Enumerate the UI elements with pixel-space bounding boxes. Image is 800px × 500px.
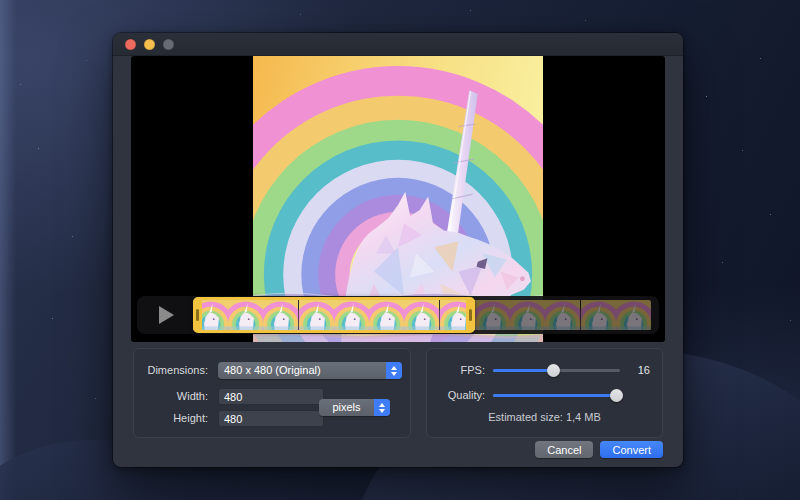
filmstrip[interactable] xyxy=(193,300,651,330)
height-field[interactable] xyxy=(218,410,324,427)
trim-handle-left-icon[interactable] xyxy=(196,309,199,321)
cancel-button[interactable]: Cancel xyxy=(535,441,593,458)
fps-label: FPS: xyxy=(435,364,485,376)
timeline-bar xyxy=(137,296,659,334)
close-button[interactable] xyxy=(125,39,136,50)
quality-label: Quality: xyxy=(435,389,485,401)
fps-slider[interactable] xyxy=(493,363,620,377)
wallpaper-dune-ridge xyxy=(0,0,16,500)
dimensions-popup-value: 480 x 480 (Original) xyxy=(218,362,386,379)
video-preview xyxy=(131,56,665,342)
convert-button[interactable]: Convert xyxy=(600,441,663,458)
unit-popup[interactable]: pixels xyxy=(319,399,390,416)
popup-chevrons-icon xyxy=(386,362,402,379)
trim-selection[interactable] xyxy=(193,297,475,333)
output-panel: FPS: 16 Quality: Estimated size: 1,4 M xyxy=(426,348,663,438)
settings-panels: Dimensions: 480 x 480 (Original) Width: … xyxy=(133,348,663,438)
width-label: Width: xyxy=(144,388,208,405)
wallpaper-stars xyxy=(0,0,1,1)
trim-handle-right-icon[interactable] xyxy=(469,309,472,321)
width-field[interactable] xyxy=(218,388,324,405)
dimensions-popup[interactable]: 480 x 480 (Original) xyxy=(218,362,402,379)
estimated-size-text: Estimated size: 1,4 MB xyxy=(427,411,662,423)
play-icon xyxy=(159,306,174,324)
footer-actions: Cancel Convert xyxy=(535,441,663,458)
quality-slider-thumb[interactable] xyxy=(610,389,623,402)
popup-chevrons-icon xyxy=(374,399,390,416)
fps-slider-thumb[interactable] xyxy=(547,364,560,377)
window-titlebar[interactable] xyxy=(113,33,683,56)
height-label: Height: xyxy=(144,410,208,427)
app-window: Dimensions: 480 x 480 (Original) Width: … xyxy=(113,33,683,467)
dimensions-panel: Dimensions: 480 x 480 (Original) Width: … xyxy=(133,348,411,438)
quality-slider[interactable] xyxy=(493,388,620,402)
unselected-frames-overlay xyxy=(475,300,651,330)
unit-popup-value: pixels xyxy=(319,399,374,416)
zoom-button[interactable] xyxy=(163,39,174,50)
dimensions-label: Dimensions: xyxy=(144,362,208,379)
fps-value: 16 xyxy=(628,364,650,376)
play-button[interactable] xyxy=(137,296,193,334)
minimize-button[interactable] xyxy=(144,39,155,50)
